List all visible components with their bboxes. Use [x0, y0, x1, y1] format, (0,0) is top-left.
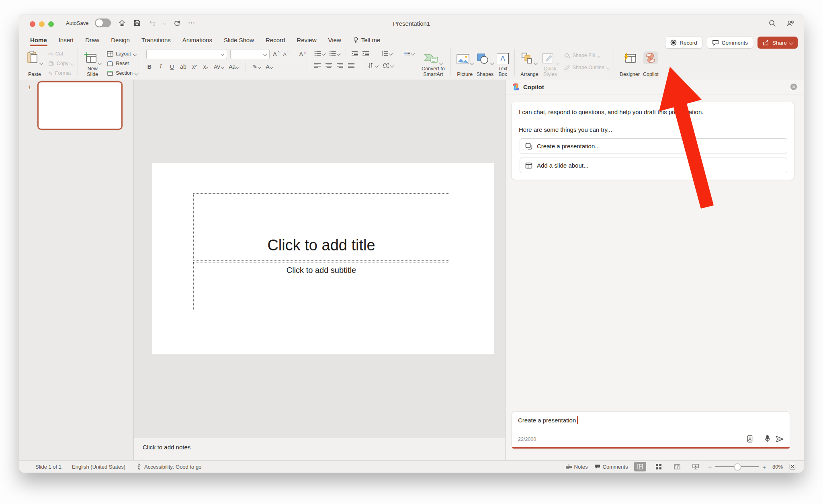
cut-button[interactable]: ✂ Cut — [48, 50, 74, 58]
search-icon[interactable] — [768, 19, 776, 27]
fit-window-icon[interactable] — [789, 463, 796, 470]
arrange-button[interactable]: Arrange — [519, 48, 540, 78]
slide-thumbnail[interactable] — [37, 81, 123, 130]
slide-sorter-button[interactable] — [653, 462, 665, 471]
designer-button[interactable]: Designer — [618, 48, 641, 78]
tab-record[interactable]: Record — [265, 36, 285, 44]
font-color-button[interactable]: A — [266, 64, 273, 70]
paste-icon — [27, 51, 39, 64]
comments-toggle[interactable]: Comments — [594, 464, 628, 470]
comments-status-icon — [594, 464, 600, 469]
lightbulb-icon — [353, 37, 359, 43]
bullets-icon — [314, 51, 321, 56]
tab-view[interactable]: View — [328, 36, 342, 44]
title-placeholder-text: Click to add title — [267, 237, 375, 254]
cut-icon: ✂ — [48, 51, 53, 57]
zoom-in-icon[interactable]: + — [762, 463, 766, 470]
strikethrough-button[interactable]: ab — [180, 64, 186, 70]
italic-button[interactable]: I — [158, 64, 164, 70]
align-left-button[interactable] — [314, 63, 321, 68]
record-icon — [670, 39, 677, 46]
normal-view-button[interactable] — [634, 462, 646, 471]
align-center-button[interactable] — [326, 63, 332, 68]
powerpoint-window: AutoSave ⋯ Presentation1 — [19, 14, 804, 473]
tab-transitions[interactable]: Transitions — [141, 36, 171, 44]
decrease-indent-button[interactable] — [352, 51, 358, 56]
copilot-input[interactable]: Create a presentation 22/2000 — [512, 411, 790, 449]
tab-draw[interactable]: Draw — [85, 36, 100, 44]
picture-button[interactable]: Picture — [455, 48, 475, 78]
prompt-guide-icon[interactable] — [746, 435, 753, 443]
underline-button[interactable]: U — [169, 64, 175, 70]
clear-formatting-button[interactable]: A◊ — [299, 51, 306, 57]
title-bar: AutoSave ⋯ Presentation1 — [19, 14, 804, 34]
align-right-button[interactable] — [337, 63, 343, 68]
reset-button[interactable]: Reset — [107, 59, 138, 68]
shapes-button[interactable]: Shapes — [475, 48, 495, 78]
close-icon[interactable] — [790, 83, 797, 90]
share-chevron-icon — [789, 41, 793, 45]
quick-styles-chevron-icon — [555, 61, 559, 65]
text-direction-button[interactable] — [368, 63, 378, 68]
align-text-button[interactable] — [383, 63, 393, 68]
numbering-button[interactable] — [329, 51, 340, 56]
zoom-slider-thumb[interactable] — [734, 463, 741, 470]
tab-animations[interactable]: Animations — [182, 36, 213, 44]
superscript-button[interactable]: x² — [191, 64, 198, 70]
shape-fill-chevron-icon — [597, 53, 601, 57]
zoom-out-icon[interactable]: − — [708, 463, 712, 470]
subscript-button[interactable]: x₂ — [203, 64, 209, 70]
format-painter-button[interactable]: ✎ Format — [48, 69, 74, 77]
grow-font-button[interactable]: A^ — [273, 51, 279, 57]
mic-icon[interactable] — [764, 435, 770, 443]
language-status[interactable]: English (United States) — [72, 464, 125, 470]
tab-home[interactable]: Home — [30, 36, 47, 44]
bold-button[interactable]: B — [146, 64, 153, 70]
tab-tell-me[interactable]: Tell me — [352, 36, 381, 44]
change-case-button[interactable]: Aa — [229, 64, 239, 70]
notes-pane[interactable]: Click to add notes — [134, 438, 505, 461]
send-icon[interactable] — [776, 435, 784, 443]
copilot-button[interactable]: Copilot — [641, 48, 660, 78]
copy-button[interactable]: Copy — [48, 59, 74, 68]
tab-insert[interactable]: Insert — [58, 36, 74, 44]
tab-design[interactable]: Design — [111, 36, 130, 44]
accessibility-status[interactable]: Accessibility: Good to go — [136, 463, 201, 470]
subtitle-placeholder[interactable]: Click to add subtitle — [193, 262, 449, 310]
text-box-button[interactable]: A Text Box — [495, 48, 510, 78]
layout-button[interactable]: Layout — [107, 50, 138, 58]
suggestion-create-presentation[interactable]: Create a presentation... — [520, 138, 787, 154]
columns-button[interactable] — [404, 51, 414, 56]
justify-button[interactable] — [348, 63, 354, 68]
reading-view-button[interactable] — [671, 462, 683, 471]
paste-button[interactable]: Paste — [25, 48, 44, 78]
numbering-icon — [329, 51, 336, 56]
quick-styles-button[interactable]: Quick Styles — [540, 48, 560, 78]
zoom-slider[interactable] — [715, 466, 759, 467]
convert-smartart-button[interactable]: Convert to SmartArt — [420, 48, 446, 78]
title-placeholder[interactable]: Click to add title — [193, 193, 449, 261]
suggestion-add-slide[interactable]: Add a slide about... — [520, 158, 787, 173]
bullets-button[interactable] — [314, 51, 325, 56]
section-button[interactable]: Section — [107, 69, 138, 77]
new-slide-button[interactable]: New Slide — [82, 48, 103, 78]
zoom-level[interactable]: 80% — [772, 464, 783, 470]
shrink-font-button[interactable]: Aˇ — [283, 51, 289, 57]
tab-slide-show[interactable]: Slide Show — [223, 36, 254, 44]
layout-chevron-icon — [133, 52, 137, 56]
shape-outline-button[interactable]: Shape Outline — [564, 64, 610, 72]
account-icon[interactable] — [786, 19, 795, 27]
slide-canvas[interactable]: Click to add title Click to add subtitle — [152, 163, 494, 354]
slideshow-button[interactable] — [690, 462, 702, 471]
character-spacing-button[interactable]: AV — [214, 64, 224, 70]
line-spacing-button[interactable] — [381, 51, 392, 56]
copilot-pane-title: Copilot — [523, 84, 544, 90]
font-size-combobox[interactable] — [230, 49, 270, 59]
font-name-combobox[interactable] — [146, 49, 227, 59]
text-highlight-button[interactable]: ✎ — [252, 64, 261, 70]
shape-fill-button[interactable]: Shape Fill — [564, 51, 610, 59]
tab-review[interactable]: Review — [296, 36, 317, 44]
copilot-pane-header: Copilot — [506, 80, 804, 94]
notes-toggle[interactable]: Notes — [566, 464, 588, 470]
increase-indent-button[interactable] — [362, 51, 369, 56]
